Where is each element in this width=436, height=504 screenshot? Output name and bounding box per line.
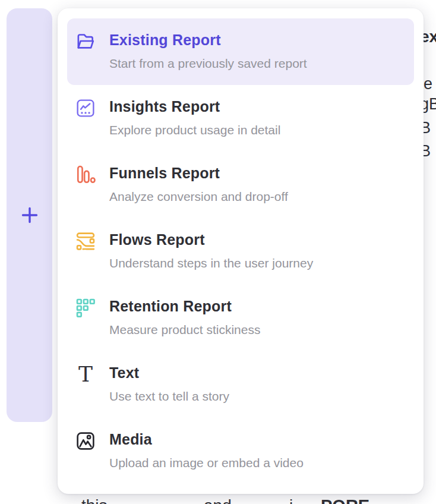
menu-item-subtitle: Measure product stickiness xyxy=(109,322,260,338)
menu-item-text: Existing ReportStart from a previously s… xyxy=(109,18,307,71)
media-image-icon xyxy=(75,431,96,451)
menu-item-retention-report[interactable]: Retention ReportMeasure product stickine… xyxy=(67,285,414,351)
text-icon: T xyxy=(75,364,96,385)
funnel-bars-icon xyxy=(75,165,96,185)
plus-icon xyxy=(21,206,39,224)
menu-item-insights-report[interactable]: Insights ReportExplore product usage in … xyxy=(67,85,414,152)
menu-item-title: Retention Report xyxy=(109,297,260,315)
menu-item-text: Funnels ReportAnalyze conversion and dro… xyxy=(109,152,288,204)
menu-item-existing-report[interactable]: Existing ReportStart from a previously s… xyxy=(67,18,414,85)
menu-item-flows-report[interactable]: Flows ReportUnderstand steps in the user… xyxy=(67,218,414,285)
menu-item-subtitle: Start from a previously saved report xyxy=(109,56,307,71)
retention-grid-icon xyxy=(75,298,96,318)
menu-item-text: TextUse text to tell a story xyxy=(109,351,229,404)
background-text-fragment: this xyxy=(81,496,108,504)
background-text-fragment: PORE xyxy=(321,496,369,504)
menu-item-subtitle: Use text to tell a story xyxy=(109,389,229,404)
menu-item-title: Insights Report xyxy=(109,97,280,115)
menu-item-text: Insights ReportExplore product usage in … xyxy=(109,85,280,138)
insights-chart-icon xyxy=(75,98,96,118)
menu-item-media[interactable]: MediaUpload an image or embed a video xyxy=(67,418,414,484)
menu-item-subtitle: Upload an image or embed a video xyxy=(109,455,304,471)
menu-item-subtitle: Explore product usage in detail xyxy=(109,122,280,138)
menu-item-title: Text xyxy=(109,364,229,382)
menu-item-text: MediaUpload an image or embed a video xyxy=(109,418,304,471)
menu-item-funnels-report[interactable]: Funnels ReportAnalyze conversion and dro… xyxy=(67,152,414,218)
folder-open-icon xyxy=(75,32,96,52)
background-text-fragment: and xyxy=(204,496,232,504)
add-report-menu: Existing ReportStart from a previously s… xyxy=(58,8,424,494)
menu-item-title: Flows Report xyxy=(109,231,313,248)
flows-path-icon xyxy=(75,231,96,251)
menu-item-subtitle: Analyze conversion and drop-off xyxy=(109,189,288,204)
menu-item-text[interactable]: TTextUse text to tell a story xyxy=(67,351,414,418)
menu-item-title: Existing Report xyxy=(109,31,307,49)
menu-item-text: Retention ReportMeasure product stickine… xyxy=(109,285,260,338)
background-text-fragment: i. xyxy=(289,496,298,504)
menu-item-text: Flows ReportUnderstand steps in the user… xyxy=(109,218,313,271)
menu-item-list: Existing ReportStart from a previously s… xyxy=(67,18,414,484)
add-item-button[interactable] xyxy=(7,8,52,422)
menu-item-subtitle: Understand steps in the user journey xyxy=(109,256,313,271)
menu-item-title: Media xyxy=(109,430,304,448)
menu-item-title: Funnels Report xyxy=(109,164,288,182)
